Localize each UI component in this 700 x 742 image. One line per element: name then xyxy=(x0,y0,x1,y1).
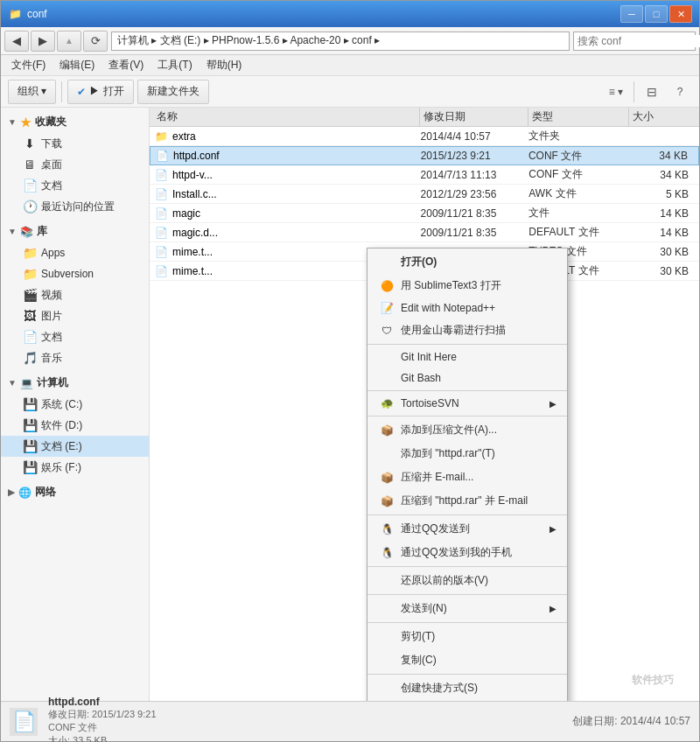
context-menu-item-0[interactable]: 打开(O) xyxy=(368,250,567,274)
sidebar-item-music[interactable]: 🎵 音乐 xyxy=(1,347,149,368)
sidebar-item-apps[interactable]: 📁 Apps xyxy=(1,242,149,263)
address-path[interactable]: 计算机 ▸ 文档 (E:) ▸ PHPnow-1.5.6 ▸ Apache-20… xyxy=(111,32,570,51)
view-options-label: ≡ ▾ xyxy=(609,86,623,98)
organize-label: 组织 ▾ xyxy=(18,84,46,99)
organize-button[interactable]: 组织 ▾ xyxy=(8,80,56,104)
sidebar-item-desktop[interactable]: 🖥 桌面 xyxy=(1,154,149,175)
library-label: 库 xyxy=(37,224,47,239)
col-date-label: 修改日期 xyxy=(424,109,466,124)
library-arrow: ▼ xyxy=(8,227,17,236)
sidebar: ▼ ★ 收藏夹 ⬇ 下载 🖥 桌面 📄 文档 🕐 xyxy=(1,108,150,701)
sidebar-computer-header[interactable]: ▼ 💻 计算机 xyxy=(1,372,149,394)
context-menu-item-9[interactable]: 📦 压缩并 E-mail... xyxy=(368,466,567,489)
context-menu-item-18[interactable]: 删除(D) xyxy=(368,700,567,701)
ctx-icon-1: 🟠 xyxy=(378,280,396,292)
file-row[interactable]: 📄 Install.c... 2012/1/29 23:56 AWK 文件 5 … xyxy=(150,185,699,204)
context-menu-item-17[interactable]: 创建快捷方式(S) xyxy=(368,676,567,700)
forward-button[interactable]: ▶ xyxy=(31,31,55,52)
context-menu-item-15[interactable]: 剪切(T) xyxy=(368,625,567,648)
ctx-label-15: 剪切(T) xyxy=(401,629,435,644)
ctx-separator-3 xyxy=(368,344,567,345)
sidebar-item-recent[interactable]: 🕐 最近访问的位置 xyxy=(1,196,149,217)
ctx-icon-9: 📦 xyxy=(378,472,396,484)
col-header-name[interactable]: 名称 xyxy=(153,108,420,126)
up-button[interactable]: ▲ xyxy=(57,31,81,52)
menu-edit[interactable]: 编辑(E) xyxy=(52,56,102,74)
file-type: 文件 xyxy=(528,206,628,220)
ctx-label-12: 通过QQ发送到我的手机 xyxy=(401,545,512,560)
file-row[interactable]: 📁 extra 2014/4/4 10:57 文件夹 xyxy=(150,127,699,146)
ctx-arrow-14: ▶ xyxy=(550,604,556,613)
menu-file[interactable]: 文件(F) xyxy=(4,56,52,74)
context-menu-item-14[interactable]: 发送到(N) ▶ xyxy=(368,597,567,620)
file-date: 2014/4/4 10:57 xyxy=(421,130,529,143)
ctx-label-4: Git Init Here xyxy=(401,351,457,363)
status-created-text: 创建日期: 2014/4/4 10:57 xyxy=(572,715,690,727)
sidebar-item-d-drive[interactable]: 💾 软件 (D:) xyxy=(1,415,149,436)
col-header-date[interactable]: 修改日期 xyxy=(420,108,528,126)
sidebar-item-f-drive[interactable]: 💾 娱乐 (F:) xyxy=(1,457,149,478)
help-button[interactable]: ? xyxy=(668,80,692,104)
ctx-icon-7: 📦 xyxy=(378,424,396,437)
context-menu-item-1[interactable]: 🟠 用 SublimeText3 打开 xyxy=(368,274,567,298)
file-row[interactable]: 📄 magic 2009/11/21 8:35 文件 14 KB xyxy=(150,204,699,223)
file-row[interactable]: 📄 httpd.conf 2015/1/23 9:21 CONF 文件 34 K… xyxy=(150,146,699,165)
file-row[interactable]: 📄 httpd-v... 2014/7/13 11:13 CONF 文件 34 … xyxy=(150,165,699,185)
file-name: httpd-v... xyxy=(172,169,421,181)
context-menu-item-2[interactable]: 📝 Edit with Notepad++ xyxy=(368,298,567,318)
ctx-icon-12: 🐧 xyxy=(378,547,396,559)
refresh-button[interactable]: ⟳ xyxy=(83,31,108,52)
sidebar-item-pictures[interactable]: 🖼 图片 xyxy=(1,305,149,326)
context-menu-item-8[interactable]: 添加到 "httpd.rar"(T) xyxy=(368,442,567,466)
sidebar-item-video[interactable]: 🎬 视频 xyxy=(1,284,149,305)
library-icon: 📚 xyxy=(20,226,33,238)
toolbar-right: ≡ ▾ ⊟ ? xyxy=(604,80,692,104)
favorites-star-icon: ★ xyxy=(20,116,32,130)
close-button[interactable]: ✕ xyxy=(669,5,692,23)
sidebar-library-header[interactable]: ▼ 📚 库 xyxy=(1,220,149,242)
context-menu-item-7[interactable]: 📦 添加到压缩文件(A)... xyxy=(368,418,567,442)
sidebar-item-pictures-label: 图片 xyxy=(41,309,62,324)
context-menu-item-12[interactable]: 🐧 通过QQ发送到我的手机 xyxy=(368,541,567,564)
menu-tools[interactable]: 工具(T) xyxy=(150,56,199,74)
context-menu-item-13[interactable]: 还原以前的版本(V) xyxy=(368,569,567,592)
view-options-button[interactable]: ≡ ▾ xyxy=(604,80,628,104)
sidebar-item-documents[interactable]: 📄 文档 xyxy=(1,175,149,196)
file-date: 2009/11/21 8:35 xyxy=(421,207,529,220)
menu-help[interactable]: 帮助(H) xyxy=(200,56,249,74)
context-menu-item-3[interactable]: 🛡 使用金山毒霸进行扫描 xyxy=(368,318,567,342)
titlebar-buttons: ─ □ ✕ xyxy=(620,5,692,23)
new-folder-button[interactable]: 新建文件夹 xyxy=(137,80,209,104)
sidebar-network-header[interactable]: ▶ 🌐 网络 xyxy=(1,481,149,503)
sidebar-item-subversion-label: Subversion xyxy=(41,268,94,280)
network-icon: 🌐 xyxy=(18,486,32,499)
sidebar-item-subversion[interactable]: 📁 Subversion xyxy=(1,263,149,284)
pane-toggle-button[interactable]: ⊟ xyxy=(640,80,664,104)
sidebar-item-download[interactable]: ⬇ 下载 xyxy=(1,133,149,154)
search-input[interactable] xyxy=(578,35,700,47)
context-menu-item-5[interactable]: Git Bash xyxy=(368,368,567,388)
context-menu-item-10[interactable]: 📦 压缩到 "httpd.rar" 并 E-mail xyxy=(368,489,567,513)
status-info: httpd.conf 修改日期: 2015/1/23 9:21 CONF 文件 … xyxy=(48,696,157,742)
context-menu-item-16[interactable]: 复制(C) xyxy=(368,648,567,672)
menu-view[interactable]: 查看(V) xyxy=(102,56,150,74)
context-menu-item-11[interactable]: 🐧 通过QQ发送到 ▶ xyxy=(368,517,567,541)
sidebar-item-video-label: 视频 xyxy=(41,288,62,303)
col-header-size[interactable]: 大小 xyxy=(629,108,696,126)
file-size: 30 KB xyxy=(628,246,696,258)
sidebar-item-c-drive[interactable]: 💾 系统 (C:) xyxy=(1,394,149,415)
window: 📁 conf ─ □ ✕ ◀ ▶ ▲ ⟳ 计算机 ▸ 文档 (E:) ▸ PHP… xyxy=(0,0,700,742)
titlebar: 📁 conf ─ □ ✕ xyxy=(1,1,699,27)
path-text: 计算机 ▸ 文档 (E:) ▸ PHPnow-1.5.6 ▸ Apache-20… xyxy=(117,33,380,48)
col-header-type[interactable]: 类型 xyxy=(528,108,629,126)
context-menu-item-4[interactable]: Git Init Here xyxy=(368,346,567,368)
open-button[interactable]: ✔ ▶ 打开 xyxy=(67,80,133,104)
sidebar-item-e-drive[interactable]: 💾 文档 (E:) xyxy=(1,436,149,457)
back-button[interactable]: ◀ xyxy=(4,31,29,52)
maximize-button[interactable]: □ xyxy=(645,5,668,23)
context-menu-item-6[interactable]: 🐢 TortoiseSVN ▶ xyxy=(368,393,567,414)
sidebar-favorites-header[interactable]: ▼ ★ 收藏夹 xyxy=(1,111,149,133)
sidebar-item-docs[interactable]: 📄 文档 xyxy=(1,326,149,347)
minimize-button[interactable]: ─ xyxy=(620,5,643,23)
file-row[interactable]: 📄 magic.d... 2009/11/21 8:35 DEFAULT 文件 … xyxy=(150,223,699,242)
